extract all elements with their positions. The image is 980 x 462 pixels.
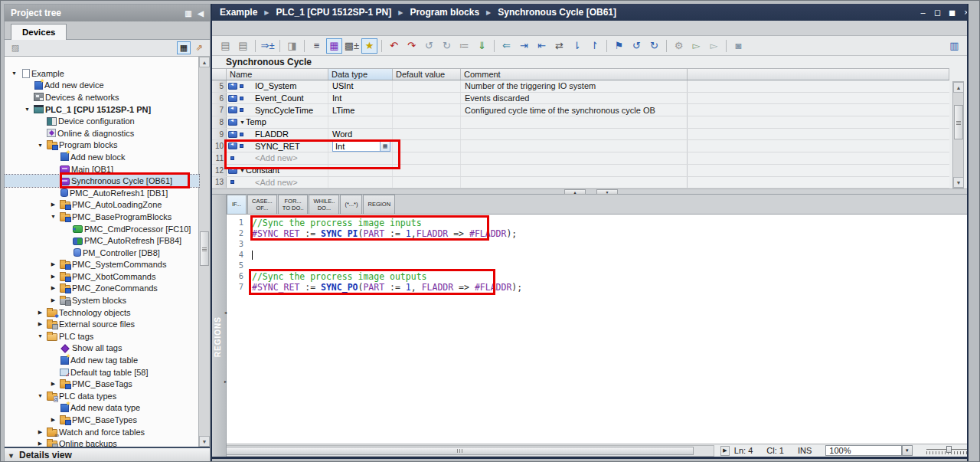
cell-comment[interactable] <box>461 116 688 128</box>
monitor-icon[interactable]: ★ <box>361 38 377 54</box>
cell-comment[interactable] <box>461 177 688 188</box>
hscroll-thumb[interactable] <box>225 447 694 455</box>
tree-expander-icon[interactable]: ▼ <box>35 143 45 148</box>
tab-devices[interactable]: Devices <box>11 24 67 40</box>
table-row[interactable]: 8▼Temp <box>212 116 949 129</box>
tree-item[interactable]: Synchronous Cycle [OB61] <box>5 175 199 187</box>
sort-icon[interactable]: ⇗ <box>192 41 206 54</box>
statement-tab[interactable]: IF... <box>227 195 247 214</box>
code-line[interactable]: 7#SYNC_RET := SYNC_PO(PART := 1, FLADDR … <box>227 282 968 293</box>
tree-expander-icon[interactable]: ▶ <box>48 417 58 423</box>
tree-expander-icon[interactable]: ▼ <box>9 70 19 76</box>
tree-item[interactable]: ▼PLC data types <box>5 390 199 402</box>
cell-name[interactable]: Temp <box>243 116 328 128</box>
tree-item[interactable]: ▶PMC_BaseTags <box>5 378 199 390</box>
collapse-panel-icon[interactable]: ◀ <box>194 9 207 18</box>
tree-item[interactable]: ▶Online backups <box>5 437 199 447</box>
cell-default-value[interactable] <box>393 116 461 128</box>
tag-filter-icon[interactable]: ▨ <box>8 41 22 54</box>
cell-comment[interactable]: Events discarded <box>461 93 688 104</box>
code-line[interactable]: 4 <box>227 250 968 260</box>
tree-expander-icon[interactable]: ▶ <box>48 381 58 387</box>
format-code-icon[interactable]: ⇄ <box>551 38 567 54</box>
tree-expander-icon[interactable]: ▶ <box>48 297 58 303</box>
tree-expander-icon[interactable]: ▶ <box>48 285 58 291</box>
table-scroll-down-icon[interactable]: ▼ <box>953 177 964 188</box>
zoom-slider[interactable] <box>926 446 968 456</box>
breadcrumb-item[interactable]: Example <box>220 7 257 18</box>
cell-data-type[interactable]: Word <box>328 129 393 140</box>
tree-expander-icon[interactable]: ▶ <box>35 310 45 316</box>
combo-dropdown-icon[interactable]: ▦ <box>380 142 390 151</box>
tree-item[interactable]: ▶Technology objects <box>5 306 199 319</box>
code-line[interactable]: 6//Sync the procress image outputs <box>227 271 968 282</box>
apply-snapshot-icon[interactable]: ↻ <box>439 38 455 54</box>
cell-data-type[interactable]: Int <box>328 93 393 104</box>
discard-redo-icon[interactable]: ↷ <box>403 38 420 54</box>
code-pane[interactable]: 1//Sync the procress image inputs2#SYNC_… <box>212 215 968 444</box>
tree-item[interactable]: ▶Watch and force tables <box>5 426 199 438</box>
nav-up-icon[interactable]: ↾ <box>586 38 603 54</box>
nav-down-icon[interactable]: ⇂ <box>569 38 585 54</box>
tree-expander-icon[interactable]: ▼ <box>48 214 58 219</box>
column-header-name[interactable]: Name <box>227 69 328 80</box>
start-test-icon[interactable]: ▻ <box>688 38 704 54</box>
cell-name[interactable]: <Add new> <box>243 152 328 164</box>
tree-expander-icon[interactable]: ▶ <box>35 321 45 327</box>
cell-default-value[interactable] <box>393 93 461 104</box>
tree-expander-icon[interactable]: ▼ <box>22 106 32 112</box>
tree-scroll-down-icon[interactable]: ▼ <box>199 436 210 447</box>
statement-tab[interactable]: FOR...TO DO.. <box>278 195 309 214</box>
tree-expander-icon[interactable]: ▶ <box>48 261 58 267</box>
cell-name[interactable]: Constant <box>243 165 328 176</box>
indent-icon[interactable]: ⇥ <box>516 38 532 54</box>
zoom-dropdown-icon[interactable]: ▼ <box>902 445 913 456</box>
zoom-slider-knob[interactable] <box>946 446 952 453</box>
reset-start-values-icon[interactable]: ≔ <box>456 38 472 54</box>
cell-default-value[interactable] <box>393 177 461 188</box>
statement-tab[interactable]: WHILE..DO... <box>309 195 339 214</box>
absolute-symbolic-icon[interactable]: ≡ <box>309 38 325 54</box>
tree-expander-icon[interactable]: ▼ <box>35 393 45 398</box>
data-type-combobox[interactable]: Int▦ <box>332 141 390 152</box>
split-editor-icon[interactable]: ▥ <box>946 38 962 54</box>
tree-item[interactable]: ▼PLC_1 [CPU 1512SP-1 PN] <box>5 103 199 116</box>
bookmark-icon[interactable]: ⚑ <box>611 38 627 54</box>
code-line[interactable]: 3 <box>227 239 968 250</box>
statement-tab[interactable]: (*...*) <box>340 195 362 214</box>
cell-data-type[interactable]: Int▦ <box>328 140 393 152</box>
cell-data-type[interactable]: LTime <box>328 104 393 116</box>
outdent-icon[interactable]: ⇤ <box>534 38 550 54</box>
code-line[interactable]: 1//Sync the procress image inputs <box>227 218 968 228</box>
download-values-icon[interactable]: ⇓ <box>474 38 490 54</box>
details-view-bar[interactable]: ▾ Details view <box>5 447 210 462</box>
cell-data-type[interactable] <box>328 152 393 164</box>
table-scrollbar[interactable]: ▲ ▼ <box>952 81 964 188</box>
tree-item[interactable]: ▼Example <box>5 67 199 80</box>
cell-data-type[interactable] <box>328 116 393 128</box>
tree-item[interactable]: ▶PMC_SystemCommands <box>5 259 199 271</box>
tree-item[interactable]: Main [OB1] <box>5 163 199 175</box>
cell-default-value[interactable] <box>393 152 461 164</box>
regions-strip[interactable]: REGIONS ◂ ▸ <box>212 195 227 457</box>
tree-item[interactable]: Device configuration <box>5 115 199 127</box>
splitter-up-icon[interactable]: ▲ <box>564 189 586 195</box>
tree-item[interactable]: PMC_CmdProcessor [FC10] <box>5 223 199 235</box>
cell-name[interactable]: SyncCycleTime <box>243 104 328 116</box>
snapshot-icon[interactable]: ▩± <box>344 38 360 54</box>
breadcrumb-item[interactable]: Program blocks <box>410 7 479 18</box>
tree-item[interactable]: ▶External source files <box>5 318 199 330</box>
zoom-select[interactable]: 100% ▼ <box>825 445 902 456</box>
tree-item[interactable]: Add new device <box>5 80 199 92</box>
tree-item[interactable]: Default tag table [58] <box>5 366 199 378</box>
tree-item[interactable]: ▶PMC_ZoneCommands <box>5 283 199 295</box>
tree-item[interactable]: PMC_AutoRefresh1 [DB1] <box>5 187 199 199</box>
cell-name[interactable]: IO_System <box>243 80 328 92</box>
cell-data-type[interactable] <box>328 177 393 188</box>
tree-expander-icon[interactable]: ▶ <box>35 441 45 447</box>
tree-item[interactable]: ▶System blocks <box>5 294 199 306</box>
keep-actual-values-icon[interactable]: ◨ <box>284 38 300 54</box>
cell-comment[interactable] <box>461 152 688 164</box>
cell-comment[interactable] <box>461 140 688 152</box>
stop-test-icon[interactable]: ▻ <box>706 38 722 54</box>
